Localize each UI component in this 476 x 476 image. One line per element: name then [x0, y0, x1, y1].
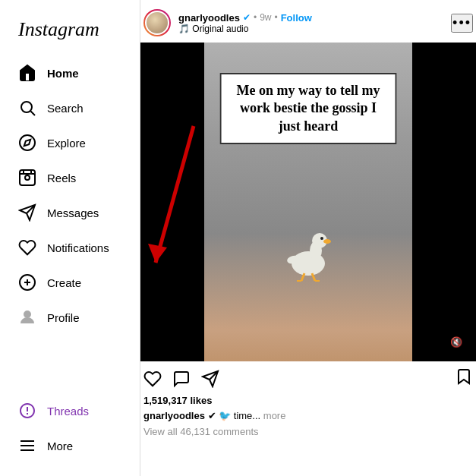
- search-label: Search: [47, 102, 84, 115]
- ground-blur: [204, 331, 412, 361]
- post-separator-dot: •: [254, 12, 257, 23]
- music-note-icon: 🎵: [178, 24, 190, 34]
- post-username-row: gnarlyoodles ✔ • 9w • Follow: [178, 12, 312, 24]
- caption-username[interactable]: gnarlyoodles: [143, 410, 205, 421]
- post-audio: 🎵 Original audio: [178, 24, 312, 34]
- home-icon: [18, 64, 36, 82]
- home-label: Home: [47, 67, 79, 80]
- main-feed: gnarlyoodles ✔ • 9w • Follow 🎵 Original …: [140, 0, 476, 476]
- video-text-overlay: Me on my way to tell my work bestie the …: [220, 73, 397, 144]
- verified-badge: ✔: [243, 12, 251, 23]
- mute-button[interactable]: 🔇: [446, 331, 467, 352]
- sidebar-item-threads[interactable]: Threads: [9, 394, 131, 427]
- svg-line-1: [31, 112, 36, 116]
- post-actions: [140, 361, 476, 393]
- app-logo: Instagram: [9, 12, 131, 56]
- reels-icon: [18, 169, 36, 187]
- post-user-info: gnarlyoodles ✔ • 9w • Follow 🎵 Original …: [178, 12, 312, 34]
- post-caption: gnarlyoodles ✔ 🐦 time... more: [140, 408, 476, 424]
- post-more-button[interactable]: •••: [451, 14, 473, 33]
- sidebar-item-search[interactable]: Search: [9, 91, 131, 125]
- notifications-label: Notifications: [47, 241, 109, 254]
- video-frame: Me on my way to tell my work bestie the …: [140, 43, 476, 361]
- video-black-right: [412, 43, 476, 361]
- create-icon: [18, 273, 36, 292]
- video-content: Me on my way to tell my work bestie the …: [204, 43, 412, 361]
- like-button[interactable]: [143, 370, 162, 388]
- sidebar-item-reels[interactable]: Reels: [9, 161, 131, 194]
- comment-button[interactable]: [172, 370, 191, 388]
- duck-figure: [282, 214, 335, 285]
- svg-point-14: [24, 311, 30, 317]
- post-actions-left: [143, 370, 219, 388]
- profile-label: Profile: [47, 311, 80, 324]
- caption-verified: ✔: [208, 410, 219, 421]
- follow-button[interactable]: Follow: [281, 12, 312, 24]
- mute-icon: 🔇: [450, 336, 462, 348]
- post-time: 9w: [260, 12, 271, 23]
- post: gnarlyoodles ✔ • 9w • Follow 🎵 Original …: [140, 0, 476, 448]
- profile-icon: [18, 308, 36, 326]
- caption-more[interactable]: more: [263, 410, 286, 421]
- caption-text: 🐦 time...: [219, 410, 260, 421]
- svg-point-22: [323, 239, 331, 244]
- video-caption-text: Me on my way to tell my work bestie the …: [237, 83, 380, 134]
- threads-icon: [18, 402, 36, 420]
- svg-point-2: [20, 135, 35, 150]
- post-username[interactable]: gnarlyoodles: [178, 12, 240, 24]
- sidebar: Instagram Home Search Explore: [0, 0, 140, 476]
- sidebar-item-profile[interactable]: Profile: [9, 301, 131, 334]
- more-icon: [18, 437, 36, 455]
- messages-icon: [18, 203, 36, 222]
- view-comments-link[interactable]: View all 46,131 comments: [140, 424, 476, 439]
- sidebar-item-notifications[interactable]: Notifications: [9, 231, 131, 264]
- threads-label: Threads: [47, 405, 89, 418]
- explore-label: Explore: [47, 137, 86, 150]
- post-media[interactable]: Me on my way to tell my work bestie the …: [140, 43, 476, 361]
- share-button[interactable]: [201, 370, 219, 388]
- notifications-icon: [18, 238, 36, 257]
- reels-label: Reels: [47, 172, 76, 184]
- sidebar-item-messages[interactable]: Messages: [9, 196, 131, 229]
- svg-point-5: [25, 175, 30, 180]
- post-header: gnarlyoodles ✔ • 9w • Follow 🎵 Original …: [140, 9, 476, 43]
- sidebar-item-explore[interactable]: Explore: [9, 126, 131, 159]
- messages-label: Messages: [47, 206, 99, 219]
- video-black-left: [140, 43, 204, 361]
- sidebar-item-create[interactable]: Create: [9, 266, 131, 299]
- svg-rect-4: [20, 170, 35, 185]
- avatar[interactable]: [143, 9, 171, 36]
- svg-marker-3: [24, 140, 30, 146]
- avatar-image: [145, 11, 169, 35]
- sidebar-item-more[interactable]: More: [9, 429, 131, 462]
- explore-icon: [18, 134, 36, 152]
- post-separator-dot2: •: [274, 12, 277, 23]
- more-label: More: [47, 440, 73, 452]
- search-icon: [18, 99, 36, 117]
- audio-label: Original audio: [192, 24, 248, 34]
- sidebar-item-home[interactable]: Home: [9, 56, 131, 90]
- create-label: Create: [47, 276, 81, 289]
- post-likes: 1,519,317 likes: [140, 393, 476, 408]
- bookmark-button[interactable]: [455, 367, 473, 390]
- svg-point-0: [21, 102, 32, 112]
- svg-point-21: [320, 237, 323, 240]
- post-header-left: gnarlyoodles ✔ • 9w • Follow 🎵 Original …: [143, 9, 312, 36]
